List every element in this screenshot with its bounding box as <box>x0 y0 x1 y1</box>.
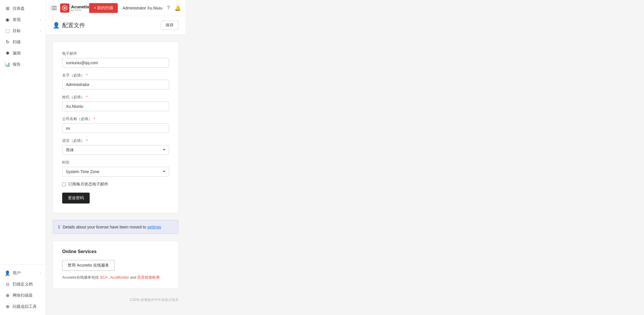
sidebar-label-dashboard: 仪表盘 <box>13 6 25 11</box>
logo-box <box>60 3 69 13</box>
company-label: 公司名称（必填） * <box>62 116 169 122</box>
sidebar-item-vulnerabilities[interactable]: ✱ 漏洞 <box>0 48 46 59</box>
sidebar-item-scan-definitions[interactable]: ⊙ 扫描定义档 <box>0 279 46 290</box>
page-header: 👤 配置文件 保存 <box>46 16 185 35</box>
language-group: 语言（必填） * 简体 English <box>62 138 169 155</box>
sidebar-bottom: 👤 用户 › ⊙ 扫描定义档 ⊕ 网络扫描器 ⊗ 问题追踪工具 <box>0 264 46 315</box>
footer: CSDN @勇敢许牛牛在线大闯关 <box>53 295 178 305</box>
timezone-select[interactable]: System Time Zone <box>62 167 169 177</box>
sidebar-item-reports[interactable]: 📊 报告 <box>0 59 46 70</box>
services-desc-suffix: . <box>161 275 162 279</box>
sidebar-label-vulnerabilities: 漏洞 <box>13 51 21 56</box>
last-name-required: * <box>86 95 88 99</box>
new-scan-button[interactable]: + 新的扫描 <box>89 3 118 13</box>
sca-link[interactable]: SCA <box>100 275 107 279</box>
page-title-text: 配置文件 <box>62 21 85 29</box>
services-desc-prefix: Acunetix在线服务包括 <box>62 275 100 279</box>
chevron-discover: › <box>40 18 41 21</box>
svg-point-1 <box>64 7 66 9</box>
disable-acunetix-button[interactable]: 禁用 Acunetix 在线服务 <box>62 260 115 271</box>
first-name-required: * <box>86 73 88 77</box>
profile-form-card: 电子邮件 名字（必填） * 姓氏（必填） * <box>53 42 178 213</box>
chevron-users: › <box>40 271 41 275</box>
scan-icon: ↻ <box>5 39 10 45</box>
sidebar: ⊞ 仪表盘 ◉ 发现 › ⬚ 目标 › ↻ 扫描 ✱ 漏洞 📊 <box>0 0 46 315</box>
services-desc-middle: and <box>130 275 137 279</box>
email-group: 电子邮件 <box>62 51 169 68</box>
topbar-right: + 新的扫描 Administrator Xu.Niuiu ? 🔔 <box>89 3 180 13</box>
logo-icon <box>62 5 68 11</box>
timezone-group: 时区 System Time Zone <box>62 160 169 177</box>
last-name-input[interactable] <box>62 101 169 111</box>
hamburger-menu[interactable] <box>50 5 58 11</box>
issue-tracker-icon: ⊗ <box>5 304 10 309</box>
subscribe-checkbox[interactable] <box>62 183 66 186</box>
sidebar-label-network-scanner: 网络扫描器 <box>13 293 33 298</box>
sidebar-item-network-scanner[interactable]: ⊕ 网络扫描器 <box>0 290 46 301</box>
save-button[interactable]: 保存 <box>161 21 178 30</box>
main-content: 👤 配置文件 保存 电子邮件 名字（必填） * <box>46 16 185 315</box>
language-label: 语言（必填） * <box>62 138 169 143</box>
first-name-group: 名字（必填） * <box>62 73 169 89</box>
discover-icon: ◉ <box>5 17 10 22</box>
scan-def-icon: ⊙ <box>5 281 10 287</box>
language-select[interactable]: 简体 English <box>62 145 169 155</box>
company-group: 公司名称（必填） * <box>62 116 169 133</box>
targets-icon: ⬚ <box>5 28 10 34</box>
timezone-label: 时区 <box>62 160 169 165</box>
sidebar-label-users: 用户 <box>13 271 21 276</box>
sidebar-item-dashboard[interactable]: ⊞ 仪表盘 <box>0 3 46 14</box>
vulnerabilities-icon: ✱ <box>5 50 10 56</box>
page-title: 👤 配置文件 <box>53 21 85 29</box>
sidebar-label-issue-tracker: 问题追踪工具 <box>13 304 37 309</box>
network-scanner-icon: ⊕ <box>5 293 10 298</box>
change-password-button[interactable]: 更改密码 <box>62 193 90 204</box>
footer-text: CSDN @勇敢许牛牛在线大闯关 <box>130 298 178 302</box>
sidebar-item-targets[interactable]: ⬚ 目标 › <box>0 25 46 36</box>
first-name-label: 名字（必填） * <box>62 73 169 78</box>
last-name-group: 姓氏（必填） * <box>62 95 169 111</box>
info-icon: ℹ <box>58 224 60 230</box>
sidebar-item-issue-tracker[interactable]: ⊗ 问题追踪工具 <box>0 301 46 312</box>
topbar-user[interactable]: Administrator Xu.Niuiu <box>122 6 162 10</box>
users-icon: 👤 <box>5 270 10 276</box>
language-required: * <box>86 138 88 143</box>
company-input[interactable] <box>62 123 169 133</box>
sidebar-label-scan-definitions: 扫描定义档 <box>13 282 33 287</box>
email-label: 电子邮件 <box>62 51 169 56</box>
acumonitor-link[interactable]: AcuMonitor <box>110 275 129 279</box>
online-services-description: Acunetix在线服务包括 SCA , AcuMonitor and 恶意链接… <box>62 275 169 280</box>
sidebar-label-discover: 发现 <box>13 17 21 22</box>
sidebar-item-discover[interactable]: ◉ 发现 › <box>0 14 46 25</box>
online-services-card: Online Services 禁用 Acunetix 在线服务 Acuneti… <box>53 241 178 288</box>
settings-link[interactable]: settings <box>147 225 161 229</box>
email-input[interactable] <box>62 58 169 68</box>
chevron-targets: › <box>40 29 41 33</box>
notification-bell-icon[interactable]: 🔔 <box>174 5 181 11</box>
sidebar-label-targets: 目标 <box>13 28 21 34</box>
sidebar-item-scan[interactable]: ↻ 扫描 <box>0 36 46 48</box>
company-required: * <box>94 117 95 121</box>
sidebar-label-reports: 报告 <box>13 62 21 67</box>
malicious-link[interactable]: 恶意链接检测 <box>137 275 160 279</box>
topbar: Acunetix by Invicti + 新的扫描 Administrator… <box>46 0 185 16</box>
subscribe-group: 订阅每月状态电子邮件 <box>62 182 169 187</box>
last-name-label: 姓氏（必填） * <box>62 95 169 100</box>
sidebar-label-scan: 扫描 <box>13 40 21 45</box>
sidebar-item-users[interactable]: 👤 用户 › <box>0 267 46 279</box>
online-services-title: Online Services <box>62 249 169 254</box>
page-title-icon: 👤 <box>53 22 60 29</box>
sidebar-top: ⊞ 仪表盘 ◉ 发现 › ⬚ 目标 › ↻ 扫描 ✱ 漏洞 📊 <box>0 0 46 264</box>
info-banner-text: Details about your license have been mov… <box>63 225 147 229</box>
content-area: 电子邮件 名字（必填） * 姓氏（必填） * <box>46 35 185 312</box>
reports-icon: 📊 <box>5 62 10 67</box>
logo: Acunetix by Invicti <box>60 3 89 13</box>
help-icon[interactable]: ? <box>167 5 170 11</box>
info-banner: ℹ Details about your license have been m… <box>53 220 178 234</box>
first-name-input[interactable] <box>62 80 169 89</box>
dashboard-icon: ⊞ <box>5 6 10 11</box>
subscribe-label: 订阅每月状态电子邮件 <box>68 182 108 187</box>
